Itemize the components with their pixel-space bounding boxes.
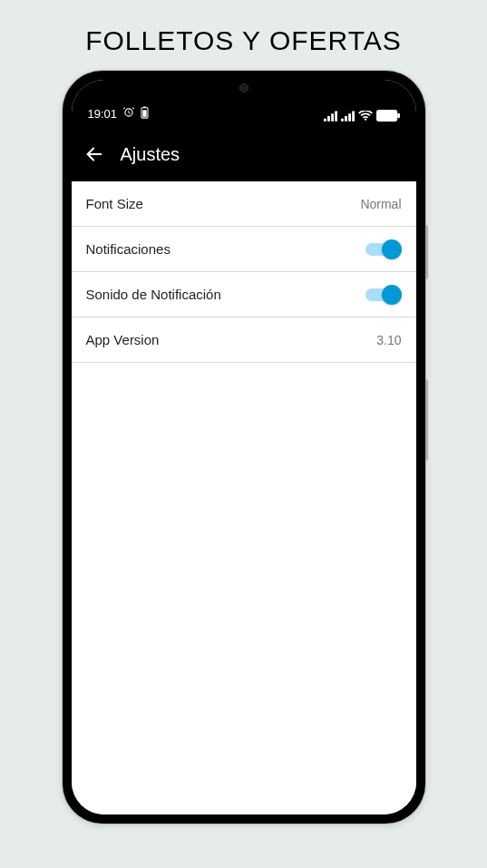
settings-row-font-size[interactable]: Font Size Normal: [72, 181, 416, 227]
app-version-label: App Version: [86, 332, 160, 347]
arrow-left-icon: [84, 144, 104, 164]
app-bar-title: Ajustes: [121, 144, 180, 165]
signal-icon-2: [341, 111, 355, 122]
app-version-value: 3.10: [376, 333, 401, 347]
notif-sound-toggle[interactable]: [365, 285, 402, 305]
wifi-icon: [358, 111, 373, 122]
svg-rect-2: [142, 110, 146, 116]
toggle-thumb: [382, 285, 402, 305]
page-title: FOLLETOS Y OFERTAS: [85, 25, 402, 56]
settings-row-notifications: Notificaciones: [72, 227, 416, 272]
notifications-toggle[interactable]: [365, 239, 402, 259]
phone-power-button: [425, 379, 428, 461]
battery-icon: [376, 110, 400, 122]
phone-frame: 19:01: [63, 71, 425, 824]
notifications-label: Notificaciones: [86, 241, 170, 257]
font-size-value: Normal: [360, 197, 401, 211]
alarm-icon: [122, 106, 135, 122]
svg-rect-1: [143, 106, 147, 107]
svg-rect-4: [397, 113, 400, 119]
phone-screen: 19:01: [72, 80, 416, 814]
settings-list: Font Size Normal Notificaciones Sonido d…: [72, 181, 416, 814]
battery-small-icon: [141, 106, 149, 122]
app-bar: Ajustes: [72, 127, 416, 181]
settings-row-app-version: App Version 3.10: [72, 317, 416, 363]
signal-icon-1: [324, 111, 337, 122]
phone-camera: [239, 83, 248, 93]
font-size-label: Font Size: [86, 196, 143, 211]
toggle-thumb: [382, 239, 402, 259]
phone-volume-button: [425, 225, 428, 279]
status-time: 19:01: [88, 107, 118, 121]
svg-rect-3: [376, 110, 397, 122]
notif-sound-label: Sonido de Notificación: [86, 287, 221, 302]
back-button[interactable]: [84, 144, 104, 164]
settings-row-notif-sound: Sonido de Notificación: [72, 272, 416, 317]
